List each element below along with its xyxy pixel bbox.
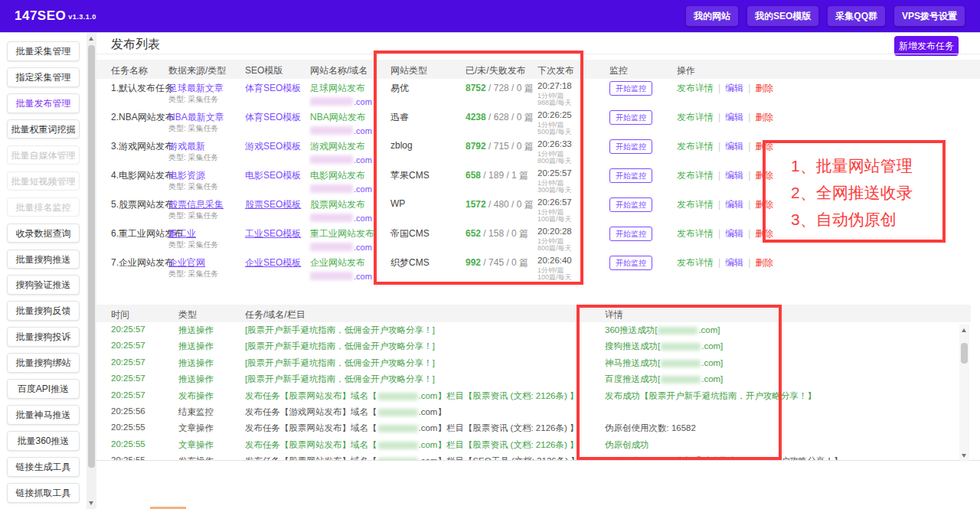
sidebar-item[interactable]: 批量权重词挖掘: [7, 119, 80, 139]
sidebar-item[interactable]: 批量采集管理: [7, 41, 80, 61]
edit-link[interactable]: 编辑: [725, 257, 743, 268]
start-monitor-button[interactable]: 开始监控: [609, 81, 652, 96]
start-monitor-button[interactable]: 开始监控: [609, 139, 652, 154]
template-link[interactable]: 工业SEO模板: [245, 227, 301, 240]
log-type: 推送操作: [178, 325, 214, 336]
action-separator: |: [748, 112, 750, 122]
sidebar-item[interactable]: 批量搜狗绑站: [7, 353, 80, 373]
sidebar-item[interactable]: 批量发布管理: [7, 93, 80, 113]
sidebar-item[interactable]: 批量搜狗投诉: [7, 327, 80, 347]
site-name: 游戏网站发布: [310, 140, 365, 153]
log-task: 发布任务【股票网站发布】域名【.com】栏目【股票资讯 (文档: 2126条) …: [245, 390, 578, 402]
edit-link[interactable]: 编辑: [725, 83, 743, 93]
action-separator: |: [748, 170, 750, 181]
site-domain: .com: [310, 210, 372, 224]
app-version: v1.3.1.0: [68, 13, 96, 21]
redacted-domain: [378, 393, 418, 400]
sidebar-item[interactable]: 链接生成工具: [7, 457, 80, 477]
sidebar-item: 批量短视频管理: [7, 171, 80, 191]
source-link[interactable]: 足球最新文章: [168, 82, 224, 95]
redacted-domain: [378, 409, 418, 416]
template-link[interactable]: 游戏SEO模板: [245, 140, 301, 153]
sidebar-item[interactable]: 百度API推送: [7, 379, 80, 399]
source-link[interactable]: 企业官网: [168, 256, 205, 269]
nav-button[interactable]: 我的SEO模版: [747, 6, 818, 26]
sidebar-item[interactable]: 搜狗验证推送: [7, 275, 80, 295]
log-table-scrollbar-thumb[interactable]: [961, 343, 968, 364]
redacted-domain: [378, 425, 418, 432]
start-monitor-button[interactable]: 开始监控: [609, 197, 652, 212]
sidebar-scrollbar-thumb[interactable]: [88, 45, 95, 468]
task-name: 3.游戏网站发布: [111, 140, 174, 153]
sidebar-item[interactable]: 链接抓取工具: [7, 483, 80, 503]
sidebar-scrollbar[interactable]: [87, 33, 96, 509]
scroll-up-arrow-icon[interactable]: [962, 328, 966, 332]
log-row: 20:25:57推送操作[股票开户新手避坑指南，低佣金开户攻略分享！]搜狗推送成…: [96, 338, 959, 354]
log-task: [股票开户新手避坑指南，低佣金开户攻略分享！]: [245, 341, 435, 352]
domain-suffix: .com: [354, 272, 372, 281]
annotation-line-2: 2、全网推送收录: [791, 179, 942, 206]
log-time: 20:25:57: [111, 374, 145, 383]
publish-detail-link[interactable]: 发布详情: [677, 199, 714, 210]
template-link[interactable]: 电影SEO模板: [245, 169, 301, 182]
delete-link[interactable]: 删除: [755, 257, 773, 268]
source-link[interactable]: 电影资源: [168, 169, 205, 182]
log-type: 发布操作: [178, 390, 214, 402]
log-type: 推送操作: [178, 357, 214, 369]
sidebar-item[interactable]: 批量搜狗反馈: [7, 301, 80, 321]
log-row: 20:25:55文章操作发布任务【股票网站发布】域名【.com】栏目【股票资讯 …: [96, 420, 959, 436]
source-link[interactable]: 游戏最新: [168, 140, 205, 153]
delete-link[interactable]: 删除: [755, 112, 773, 122]
template-link[interactable]: 企业SEO模板: [245, 256, 301, 269]
action-separator: |: [718, 257, 720, 268]
sidebar-item[interactable]: 批量搜狗推送: [7, 250, 80, 269]
nav-button[interactable]: 我的网站: [686, 6, 738, 26]
source-type: 类型: 采集任务: [168, 94, 219, 105]
sidebar-item[interactable]: 批量360推送: [7, 431, 80, 451]
annotation-box-notes: 1、批量网站管理 2、全网推送收录 3、自动伪原创: [763, 140, 946, 243]
log-time: 20:25:57: [111, 357, 145, 367]
sidebar-item[interactable]: 批量神马推送: [7, 405, 80, 425]
scroll-down-arrow-icon[interactable]: [962, 454, 966, 458]
log-time: 20:25:55: [111, 423, 145, 432]
col-header-data-source: 数据来源/类型: [168, 64, 226, 77]
source-link[interactable]: NBA最新文章: [168, 111, 224, 124]
template-link[interactable]: 体育SEO模板: [245, 111, 301, 124]
log-table-scrollbar[interactable]: [959, 325, 969, 462]
start-monitor-button[interactable]: 开始监控: [609, 110, 652, 125]
template-link[interactable]: 股票SEO模板: [245, 198, 301, 211]
scroll-up-arrow-icon[interactable]: [89, 37, 93, 41]
edit-link[interactable]: 编辑: [725, 141, 743, 152]
nav-button[interactable]: 采集QQ群: [828, 6, 885, 26]
edit-link[interactable]: 编辑: [725, 170, 743, 181]
domain-suffix: .com: [354, 97, 372, 106]
source-link[interactable]: 重工业: [168, 227, 196, 240]
start-monitor-button[interactable]: 开始监控: [609, 227, 652, 241]
template-link[interactable]: 体育SEO模板: [245, 82, 301, 95]
start-monitor-button[interactable]: 开始监控: [609, 168, 652, 183]
nav-button[interactable]: VPS拨号设置: [894, 6, 965, 26]
site-name: NBA网站发布: [310, 111, 366, 124]
publish-detail-link[interactable]: 发布详情: [677, 257, 714, 268]
col-header-actions: 操作: [677, 64, 695, 77]
row-actions: 发布详情|编辑|删除: [677, 256, 773, 269]
publish-detail-link[interactable]: 发布详情: [677, 170, 714, 181]
scroll-down-arrow-icon[interactable]: [89, 501, 93, 505]
sidebar-item[interactable]: 指定采集管理: [7, 67, 80, 87]
sidebar-item[interactable]: 收录数据查询: [7, 224, 80, 243]
publish-detail-link[interactable]: 发布详情: [677, 83, 714, 93]
top-nav: 我的网站我的SEO模版采集QQ群VPS拨号设置: [686, 6, 965, 26]
edit-link[interactable]: 编辑: [725, 112, 743, 122]
domain-suffix: .com: [354, 214, 372, 223]
edit-link[interactable]: 编辑: [725, 228, 743, 239]
delete-link[interactable]: 删除: [755, 83, 773, 93]
publish-detail-link[interactable]: 发布详情: [677, 228, 714, 239]
publish-detail-link[interactable]: 发布详情: [677, 112, 714, 122]
publish-detail-link[interactable]: 发布详情: [677, 141, 714, 152]
start-monitor-button[interactable]: 开始监控: [609, 256, 652, 270]
source-link[interactable]: 股票信息采集: [168, 198, 224, 211]
edit-link[interactable]: 编辑: [725, 199, 743, 210]
log-time: 20:25:57: [111, 390, 145, 400]
sidebar-item: 批量排名监控: [7, 197, 80, 217]
col-header-site-name: 网站名称/域名: [310, 64, 368, 77]
